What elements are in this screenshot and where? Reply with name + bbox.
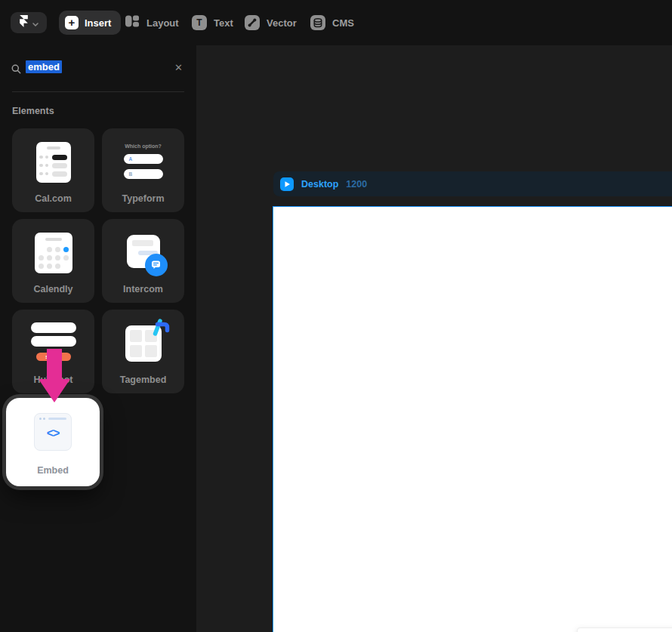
database-icon [310,15,325,30]
tagembed-icon [125,325,162,362]
embed-browser-icon: <> [34,413,72,451]
typeform-icon: Which option? A B [124,143,163,179]
hubspot-form-icon: Submit [31,322,76,361]
chevron-down-icon [32,16,39,29]
element-card-hubspot[interactable]: Submit HubSpot [12,310,94,393]
element-label: Embed [6,465,100,476]
code-brackets-icon: <> [35,427,71,440]
insert-button-label: Insert [85,17,111,29]
breakpoint-name: Desktop [301,179,338,190]
search-icon [11,63,21,77]
text-tool-label: Text [214,17,233,29]
element-card-calendly[interactable]: Calendly [12,219,94,303]
insert-panel: embed ✕ Elements Cal.com Which option? A… [0,45,196,632]
element-card-calcom[interactable]: Cal.com [12,128,94,212]
text-tool-icon: T [192,15,207,30]
chat-bubble-icon [145,254,168,276]
cms-tool-button[interactable]: CMS [310,15,354,30]
text-tool-button[interactable]: T Text [192,15,233,30]
framer-menu-button[interactable] [11,12,47,33]
breakpoint-bar[interactable]: Desktop 1200 [273,171,672,196]
insert-button[interactable]: + Insert [59,11,121,35]
top-toolbar: + Insert Layout T Text Vector [0,0,672,45]
divider [12,91,184,92]
clear-search-button[interactable]: ✕ [174,62,183,73]
breakpoint-width: 1200 [346,179,367,190]
tagembed-logo-icon [147,319,170,341]
vector-tool-label: Vector [267,17,297,29]
calendly-icon [35,233,72,273]
search-input[interactable]: embed [26,61,62,76]
layout-tool-button[interactable]: Layout [125,15,179,30]
plus-icon: + [65,16,79,29]
element-card-intercom[interactable]: Intercom [102,219,184,303]
element-label: Cal.com [12,193,94,204]
element-card-typeform[interactable]: Which option? A B Typeform [102,128,184,212]
element-card-embed-dragging[interactable]: <> Embed [6,398,100,486]
elements-section-title: Elements [12,106,54,116]
layout-tool-label: Layout [146,17,179,29]
play-icon[interactable] [280,177,294,191]
vector-tool-button[interactable]: Vector [245,15,297,30]
layout-icon [125,14,140,32]
element-label: Tagembed [102,375,184,385]
cms-tool-label: CMS [332,17,354,29]
framer-logo-icon [20,15,28,30]
element-label: HubSpot [12,375,94,385]
canvas-area[interactable]: Desktop 1200 [196,45,672,632]
element-label: Calendly [12,284,94,294]
desktop-frame[interactable] [273,206,672,632]
vector-pen-icon [245,15,260,30]
search-selected-text: embed [26,60,62,73]
intercom-icon [127,235,160,268]
element-label: Typeform [102,193,184,204]
element-card-tagembed[interactable]: Tagembed [102,310,184,393]
submit-pill: Submit [36,353,71,361]
calcom-icon [36,142,71,183]
elements-grid: Cal.com Which option? A B Typeform Calen… [12,128,184,393]
element-label: Intercom [102,284,184,294]
page-element[interactable] [577,627,672,632]
